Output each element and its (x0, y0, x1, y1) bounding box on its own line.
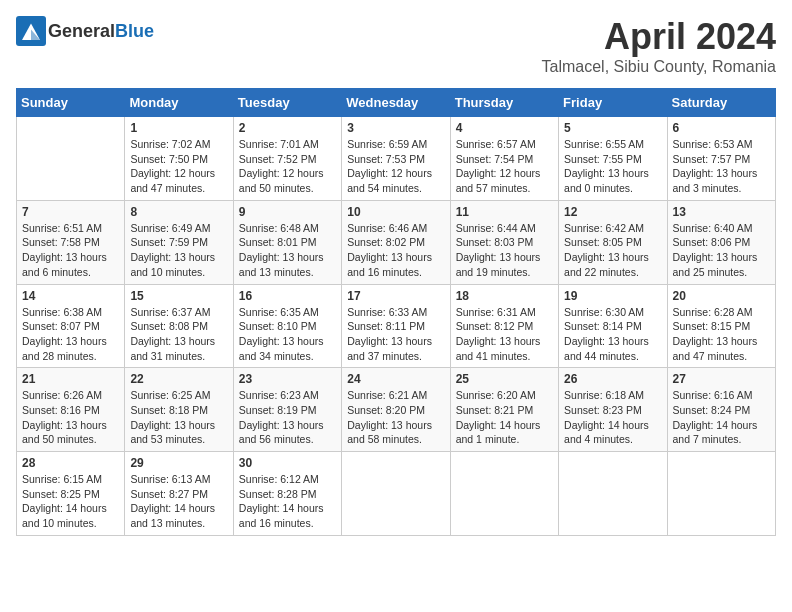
day-number: 29 (130, 456, 227, 470)
day-number: 20 (673, 289, 770, 303)
day-info: Sunrise: 6:42 AM Sunset: 8:05 PM Dayligh… (564, 221, 661, 280)
logo-text-general: General (48, 21, 115, 41)
day-info: Sunrise: 6:18 AM Sunset: 8:23 PM Dayligh… (564, 388, 661, 447)
day-number: 11 (456, 205, 553, 219)
day-info: Sunrise: 6:53 AM Sunset: 7:57 PM Dayligh… (673, 137, 770, 196)
day-number: 30 (239, 456, 336, 470)
logo-text-blue: Blue (115, 21, 154, 41)
day-number: 12 (564, 205, 661, 219)
calendar-cell: 19Sunrise: 6:30 AM Sunset: 8:14 PM Dayli… (559, 284, 667, 368)
calendar-cell: 1Sunrise: 7:02 AM Sunset: 7:50 PM Daylig… (125, 117, 233, 201)
weekday-header: Wednesday (342, 89, 450, 117)
calendar-week-row: 14Sunrise: 6:38 AM Sunset: 8:07 PM Dayli… (17, 284, 776, 368)
day-info: Sunrise: 6:20 AM Sunset: 8:21 PM Dayligh… (456, 388, 553, 447)
day-number: 9 (239, 205, 336, 219)
day-number: 21 (22, 372, 119, 386)
day-info: Sunrise: 6:13 AM Sunset: 8:27 PM Dayligh… (130, 472, 227, 531)
calendar-cell: 23Sunrise: 6:23 AM Sunset: 8:19 PM Dayli… (233, 368, 341, 452)
calendar-cell: 7Sunrise: 6:51 AM Sunset: 7:58 PM Daylig… (17, 200, 125, 284)
calendar-week-row: 28Sunrise: 6:15 AM Sunset: 8:25 PM Dayli… (17, 452, 776, 536)
day-number: 22 (130, 372, 227, 386)
calendar-cell: 8Sunrise: 6:49 AM Sunset: 7:59 PM Daylig… (125, 200, 233, 284)
calendar-cell: 15Sunrise: 6:37 AM Sunset: 8:08 PM Dayli… (125, 284, 233, 368)
day-number: 10 (347, 205, 444, 219)
calendar-week-row: 7Sunrise: 6:51 AM Sunset: 7:58 PM Daylig… (17, 200, 776, 284)
calendar-cell (342, 452, 450, 536)
day-number: 7 (22, 205, 119, 219)
day-info: Sunrise: 6:15 AM Sunset: 8:25 PM Dayligh… (22, 472, 119, 531)
calendar-cell (17, 117, 125, 201)
day-info: Sunrise: 6:51 AM Sunset: 7:58 PM Dayligh… (22, 221, 119, 280)
weekday-header: Saturday (667, 89, 775, 117)
day-number: 13 (673, 205, 770, 219)
calendar-cell: 24Sunrise: 6:21 AM Sunset: 8:20 PM Dayli… (342, 368, 450, 452)
day-info: Sunrise: 6:35 AM Sunset: 8:10 PM Dayligh… (239, 305, 336, 364)
calendar-cell: 10Sunrise: 6:46 AM Sunset: 8:02 PM Dayli… (342, 200, 450, 284)
weekday-header: Monday (125, 89, 233, 117)
calendar-cell (450, 452, 558, 536)
calendar-header: SundayMondayTuesdayWednesdayThursdayFrid… (17, 89, 776, 117)
day-number: 16 (239, 289, 336, 303)
day-number: 27 (673, 372, 770, 386)
day-info: Sunrise: 6:49 AM Sunset: 7:59 PM Dayligh… (130, 221, 227, 280)
calendar-cell: 28Sunrise: 6:15 AM Sunset: 8:25 PM Dayli… (17, 452, 125, 536)
logo-icon (16, 16, 46, 46)
day-info: Sunrise: 6:23 AM Sunset: 8:19 PM Dayligh… (239, 388, 336, 447)
day-number: 3 (347, 121, 444, 135)
calendar-cell: 21Sunrise: 6:26 AM Sunset: 8:16 PM Dayli… (17, 368, 125, 452)
day-info: Sunrise: 6:57 AM Sunset: 7:54 PM Dayligh… (456, 137, 553, 196)
day-info: Sunrise: 6:26 AM Sunset: 8:16 PM Dayligh… (22, 388, 119, 447)
calendar-cell: 5Sunrise: 6:55 AM Sunset: 7:55 PM Daylig… (559, 117, 667, 201)
calendar-cell: 25Sunrise: 6:20 AM Sunset: 8:21 PM Dayli… (450, 368, 558, 452)
page-header: GeneralBlue April 2024 Talmacel, Sibiu C… (16, 16, 776, 76)
calendar-table: SundayMondayTuesdayWednesdayThursdayFrid… (16, 88, 776, 536)
weekday-header: Tuesday (233, 89, 341, 117)
day-info: Sunrise: 6:28 AM Sunset: 8:15 PM Dayligh… (673, 305, 770, 364)
day-number: 23 (239, 372, 336, 386)
day-number: 28 (22, 456, 119, 470)
day-info: Sunrise: 7:01 AM Sunset: 7:52 PM Dayligh… (239, 137, 336, 196)
day-number: 19 (564, 289, 661, 303)
day-number: 25 (456, 372, 553, 386)
day-info: Sunrise: 6:40 AM Sunset: 8:06 PM Dayligh… (673, 221, 770, 280)
logo: GeneralBlue (16, 16, 154, 46)
calendar-cell: 6Sunrise: 6:53 AM Sunset: 7:57 PM Daylig… (667, 117, 775, 201)
calendar-cell: 3Sunrise: 6:59 AM Sunset: 7:53 PM Daylig… (342, 117, 450, 201)
calendar-cell: 9Sunrise: 6:48 AM Sunset: 8:01 PM Daylig… (233, 200, 341, 284)
weekday-header-row: SundayMondayTuesdayWednesdayThursdayFrid… (17, 89, 776, 117)
day-number: 17 (347, 289, 444, 303)
day-number: 1 (130, 121, 227, 135)
calendar-cell: 11Sunrise: 6:44 AM Sunset: 8:03 PM Dayli… (450, 200, 558, 284)
day-number: 8 (130, 205, 227, 219)
month-title: April 2024 (542, 16, 776, 58)
calendar-body: 1Sunrise: 7:02 AM Sunset: 7:50 PM Daylig… (17, 117, 776, 536)
day-info: Sunrise: 6:31 AM Sunset: 8:12 PM Dayligh… (456, 305, 553, 364)
weekday-header: Thursday (450, 89, 558, 117)
calendar-cell: 26Sunrise: 6:18 AM Sunset: 8:23 PM Dayli… (559, 368, 667, 452)
day-number: 26 (564, 372, 661, 386)
calendar-cell: 20Sunrise: 6:28 AM Sunset: 8:15 PM Dayli… (667, 284, 775, 368)
calendar-cell: 29Sunrise: 6:13 AM Sunset: 8:27 PM Dayli… (125, 452, 233, 536)
day-info: Sunrise: 6:59 AM Sunset: 7:53 PM Dayligh… (347, 137, 444, 196)
weekday-header: Sunday (17, 89, 125, 117)
calendar-cell: 16Sunrise: 6:35 AM Sunset: 8:10 PM Dayli… (233, 284, 341, 368)
day-info: Sunrise: 6:25 AM Sunset: 8:18 PM Dayligh… (130, 388, 227, 447)
day-info: Sunrise: 6:37 AM Sunset: 8:08 PM Dayligh… (130, 305, 227, 364)
calendar-cell: 17Sunrise: 6:33 AM Sunset: 8:11 PM Dayli… (342, 284, 450, 368)
day-info: Sunrise: 6:38 AM Sunset: 8:07 PM Dayligh… (22, 305, 119, 364)
calendar-cell (559, 452, 667, 536)
day-info: Sunrise: 6:21 AM Sunset: 8:20 PM Dayligh… (347, 388, 444, 447)
day-number: 18 (456, 289, 553, 303)
day-info: Sunrise: 6:46 AM Sunset: 8:02 PM Dayligh… (347, 221, 444, 280)
day-info: Sunrise: 7:02 AM Sunset: 7:50 PM Dayligh… (130, 137, 227, 196)
calendar-cell: 2Sunrise: 7:01 AM Sunset: 7:52 PM Daylig… (233, 117, 341, 201)
calendar-cell: 18Sunrise: 6:31 AM Sunset: 8:12 PM Dayli… (450, 284, 558, 368)
calendar-cell: 22Sunrise: 6:25 AM Sunset: 8:18 PM Dayli… (125, 368, 233, 452)
weekday-header: Friday (559, 89, 667, 117)
day-number: 2 (239, 121, 336, 135)
calendar-cell: 30Sunrise: 6:12 AM Sunset: 8:28 PM Dayli… (233, 452, 341, 536)
day-number: 15 (130, 289, 227, 303)
day-info: Sunrise: 6:12 AM Sunset: 8:28 PM Dayligh… (239, 472, 336, 531)
day-number: 24 (347, 372, 444, 386)
location-title: Talmacel, Sibiu County, Romania (542, 58, 776, 76)
